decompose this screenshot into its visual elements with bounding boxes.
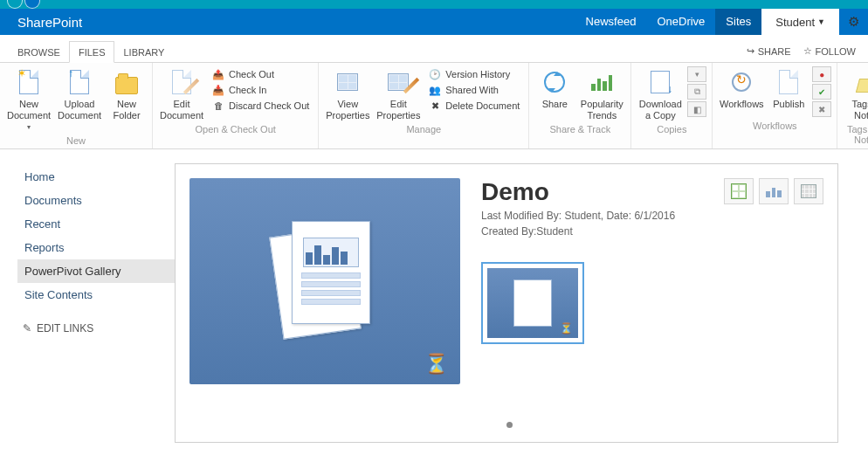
publish-icon: [779, 70, 798, 94]
workflow-icon: [732, 72, 751, 92]
view-excel-button[interactable]: [724, 178, 754, 204]
popularity-trends-button[interactable]: Popularity Trends: [578, 66, 625, 121]
workflows-button[interactable]: Workflows: [718, 66, 765, 110]
publish-button[interactable]: Publish: [768, 66, 809, 110]
history-icon: 🕑: [429, 68, 441, 80]
group-label-new: New: [5, 132, 147, 148]
nav-home[interactable]: Home: [17, 165, 175, 189]
document-thumbnail[interactable]: ⏳: [481, 262, 584, 344]
share-label: Share: [542, 99, 568, 110]
pencil-icon: ✎: [23, 322, 31, 334]
document-stack-icon: [272, 216, 377, 347]
publish-label: Publish: [773, 99, 804, 110]
approve-button[interactable]: ✔: [812, 84, 831, 100]
new-folder-button[interactable]: New Folder: [107, 66, 147, 121]
sendto-icon: ▾: [695, 70, 699, 79]
gear-icon[interactable]: ⚙: [839, 14, 868, 30]
upload-document-button[interactable]: ↑ Upload Document: [56, 66, 103, 121]
arrow-up-icon: ↑: [68, 68, 73, 80]
download-copy-label: Download a Copy: [638, 99, 682, 121]
ribbon-tabs: BROWSE FILES LIBRARY ↪ SHARE ☆ FOLLOW: [0, 35, 868, 63]
unpublish-icon: ●: [819, 70, 824, 79]
version-history-button[interactable]: 🕑Version History: [425, 67, 523, 81]
pager-dot[interactable]: [506, 422, 513, 428]
hourglass-small-icon: ⏳: [560, 322, 573, 334]
edit-document-label: Edit Document: [160, 99, 203, 121]
hourglass-icon: ⏳: [424, 353, 448, 376]
approve-icon: ✔: [818, 87, 825, 97]
star-icon: ☆: [803, 45, 812, 57]
ribbon-group-copies: Download a Copy ▾ ⧉ ◧ Copies: [631, 63, 713, 148]
nav-recent[interactable]: Recent: [17, 212, 175, 236]
sparkle-icon: ✶: [17, 68, 26, 80]
upload-document-label: Upload Document: [58, 99, 101, 121]
shared-with-button[interactable]: 👥Shared With: [425, 83, 523, 97]
new-document-label: New Document: [7, 99, 51, 121]
edit-links-label: EDIT LINKS: [37, 322, 93, 334]
page-share[interactable]: ↪ SHARE: [747, 45, 791, 57]
trends-icon: [591, 73, 612, 91]
tab-library[interactable]: LIBRARY: [114, 42, 173, 62]
view-gallery-button[interactable]: [759, 178, 789, 204]
page-follow[interactable]: ☆ FOLLOW: [803, 45, 856, 57]
nav-circle-fwd[interactable]: [24, 0, 40, 9]
check-in-label: Check In: [229, 85, 266, 95]
group-label-sharetrack: Share & Track: [534, 121, 625, 137]
discard-checkout-button[interactable]: 🗑Discard Check Out: [209, 99, 313, 113]
ribbon: ✶ New Document ▾ ↑ Upload Document New F…: [0, 63, 868, 149]
manage-copies-button[interactable]: ⧉: [687, 84, 706, 100]
suite-link-newsfeed[interactable]: Newsfeed: [575, 9, 647, 35]
group-label-copies: Copies: [637, 121, 706, 137]
document-preview[interactable]: ⏳: [189, 178, 460, 384]
check-in-button[interactable]: 📥Check In: [209, 83, 313, 97]
tab-browse[interactable]: BROWSE: [9, 42, 69, 62]
suite-user-menu[interactable]: Student ▼: [761, 9, 839, 35]
unpublish-button[interactable]: ●: [812, 66, 831, 82]
edit-document-button[interactable]: Edit Document: [158, 66, 205, 121]
edit-links-button[interactable]: ✎ EDIT LINKS: [17, 322, 175, 334]
suite-brand[interactable]: SharePoint: [0, 15, 575, 30]
view-calendar-button[interactable]: [794, 178, 823, 204]
check-out-icon: 📤: [212, 68, 224, 80]
cancel-icon: ✖: [818, 105, 825, 114]
delete-icon: ✖: [429, 100, 441, 112]
suite-link-onedrive[interactable]: OneDrive: [646, 9, 715, 35]
nav-powerpivot-gallery[interactable]: PowerPivot Gallery: [17, 259, 175, 283]
check-in-icon: 📥: [212, 84, 224, 96]
suite-bar: SharePoint Newsfeed OneDrive Sites Stude…: [0, 9, 868, 35]
shared-with-label: Shared With: [445, 85, 499, 95]
document-modified: Last Modified By: Student, Date: 6/1/201…: [481, 210, 823, 222]
nav-site-contents[interactable]: Site Contents: [17, 283, 175, 307]
share-button[interactable]: Share: [534, 66, 575, 110]
ribbon-group-tags: Tags & Notes Tags and Notes: [837, 63, 868, 148]
calendar-icon: [801, 184, 816, 198]
suite-user-name: Student: [775, 16, 815, 29]
check-out-button[interactable]: 📤Check Out: [209, 67, 313, 81]
tiny-doc-icon: [513, 279, 552, 327]
pencil-icon: [183, 79, 199, 94]
share-cycle-icon: [544, 72, 565, 93]
nav-circle-back[interactable]: [7, 0, 23, 9]
delete-document-button[interactable]: ✖Delete Document: [425, 99, 523, 113]
ribbon-group-open: Edit Document 📤Check Out 📥Check In 🗑Disc…: [153, 63, 319, 148]
tags-notes-button[interactable]: Tags & Notes: [843, 66, 868, 121]
ribbon-group-new: ✶ New Document ▾ ↑ Upload Document New F…: [0, 63, 153, 148]
go-to-source-button[interactable]: ◧: [687, 101, 706, 117]
edit-properties-button[interactable]: Edit Properties: [375, 66, 422, 121]
new-folder-label: New Folder: [108, 99, 145, 121]
suite-links: Newsfeed OneDrive Sites: [575, 9, 762, 35]
nav-reports[interactable]: Reports: [17, 236, 175, 259]
page-share-label: SHARE: [758, 46, 791, 57]
tab-files[interactable]: FILES: [69, 41, 115, 63]
view-properties-button[interactable]: View Properties: [324, 66, 371, 121]
download-copy-button[interactable]: Download a Copy: [637, 66, 684, 121]
folder-icon: [115, 77, 138, 94]
cancel-approval-button[interactable]: ✖: [812, 101, 831, 117]
delete-document-label: Delete Document: [445, 100, 520, 111]
nav-documents[interactable]: Documents: [17, 189, 175, 212]
send-to-button[interactable]: ▾: [687, 66, 706, 82]
suite-link-sites[interactable]: Sites: [715, 9, 761, 35]
new-document-button[interactable]: ✶ New Document ▾: [5, 66, 52, 132]
popularity-trends-label: Popularity Trends: [580, 99, 623, 121]
group-label-manage: Manage: [324, 121, 523, 137]
